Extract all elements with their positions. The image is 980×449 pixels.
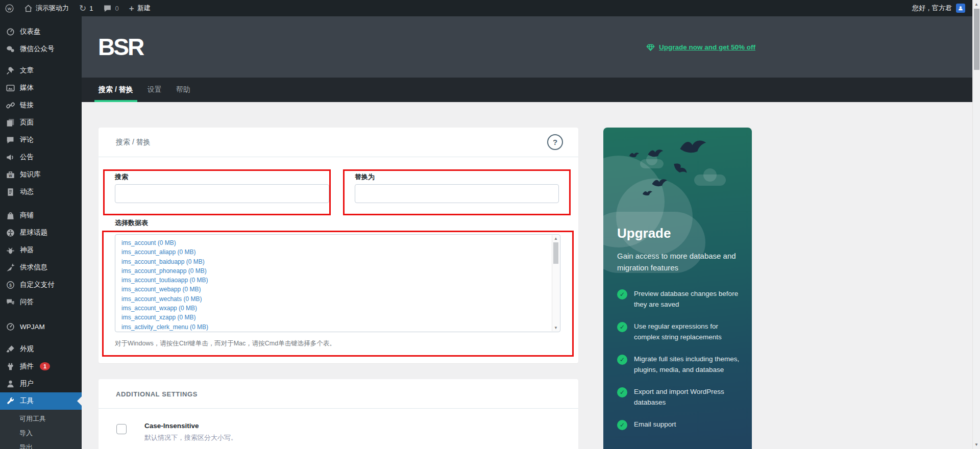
submenu-item-export[interactable]: 导出 xyxy=(0,440,82,449)
replace-input[interactable] xyxy=(355,184,559,203)
multiselect-help-note: 对于Windows，请按住Ctrl键单击，而对于Mac，请按Cmd单击键选择多个… xyxy=(115,339,336,348)
sidebar-item-links[interactable]: 链接 xyxy=(0,96,82,114)
sidebar-item-store[interactable]: 商铺 xyxy=(0,207,82,224)
brush-icon xyxy=(6,345,15,354)
svg-text:W: W xyxy=(8,6,12,11)
sidebar-item-media[interactable]: 媒体 xyxy=(0,79,82,96)
help-icon[interactable]: ? xyxy=(547,134,563,150)
case-insensitive-label: Case-Insensitive xyxy=(144,422,199,430)
wrench-icon xyxy=(6,397,15,406)
menu-separator xyxy=(0,201,82,207)
upgrade-subtitle: Gain access to more database and migrati… xyxy=(617,250,740,274)
comments-link[interactable]: 0 xyxy=(98,0,124,16)
sidebar-item-label: 供求信息 xyxy=(20,263,47,272)
link-icon xyxy=(6,101,15,110)
new-content-link[interactable]: + 新建 xyxy=(124,0,156,16)
sidebar-item-qa[interactable]: 问答 xyxy=(0,293,82,311)
bee-icon xyxy=(6,246,15,255)
table-option[interactable]: ims_account_xzapp (0 MB) xyxy=(121,313,560,322)
window-scrollbar[interactable]: ▲ ▼ xyxy=(972,0,980,449)
tables-scrollbar-thumb[interactable] xyxy=(553,242,558,264)
table-option[interactable]: ims_account_toutiaoapp (0 MB) xyxy=(121,276,560,285)
upgrade-panel: Upgrade Gain access to more database and… xyxy=(603,128,752,449)
sidebar-item-announcements[interactable]: 公告 xyxy=(0,148,82,166)
sidebar-item-label: 神器 xyxy=(20,245,34,255)
search-input[interactable] xyxy=(115,184,329,203)
sidebar-item-label: 仪表盘 xyxy=(20,27,41,36)
table-option[interactable]: ims_activity_clerk_menu (0 MB) xyxy=(121,322,560,332)
pushpin-icon xyxy=(6,66,15,75)
table-option[interactable]: ims_account_aliapp (0 MB) xyxy=(121,247,560,257)
avatar xyxy=(956,4,965,13)
upgrade-now-link[interactable]: Upgrade now and get 50% off xyxy=(646,43,755,52)
card-divider xyxy=(99,408,578,409)
tab-help[interactable]: 帮助 xyxy=(169,78,198,102)
svg-text:$: $ xyxy=(9,282,12,287)
tables-field-label: 选择数据表 xyxy=(115,218,148,228)
tables-scrollbar[interactable]: ▲ ▼ xyxy=(552,235,559,331)
check-icon: ✓ xyxy=(617,420,627,430)
sidebar-item-label: 微信公众号 xyxy=(20,44,55,54)
universal-access-icon xyxy=(6,229,15,237)
sidebar-item-supply-demand[interactable]: 供求信息 xyxy=(0,259,82,276)
sidebar-item-updates-feed[interactable]: 动态 xyxy=(0,183,82,201)
scroll-up-icon[interactable]: ▲ xyxy=(973,1,980,8)
window-scrollbar-thumb[interactable] xyxy=(974,9,979,70)
sidebar-item-tools-gadget[interactable]: 神器 xyxy=(0,241,82,259)
scroll-down-icon[interactable]: ▼ xyxy=(552,325,559,331)
active-tab-underline xyxy=(94,100,137,102)
account-menu[interactable]: 您好，官方君 xyxy=(912,4,972,13)
sidebar-item-tools[interactable]: 工具 xyxy=(0,392,82,410)
site-name-link[interactable]: 演示驱动力 xyxy=(19,0,74,16)
case-insensitive-checkbox[interactable] xyxy=(116,424,127,434)
feature-text: Migrate full sites including themes, plu… xyxy=(634,354,742,377)
site-name: 演示驱动力 xyxy=(36,4,69,13)
wordpress-icon: W xyxy=(5,4,14,13)
sidebar-item-custom-payment[interactable]: $ 自定义支付 xyxy=(0,276,82,293)
sidebar-item-posts[interactable]: 文章 xyxy=(0,62,82,79)
submenu-item-import[interactable]: 导入 xyxy=(0,426,82,440)
replace-field-label: 替换为 xyxy=(355,172,375,182)
sidebar-item-planet-topics[interactable]: 星球话题 xyxy=(0,224,82,241)
tab-search-replace[interactable]: 搜索 / 替换 xyxy=(91,78,140,102)
table-option[interactable]: ims_activity_clerks (0 MB) xyxy=(121,332,560,332)
table-option[interactable]: ims_account_webapp (0 MB) xyxy=(121,285,560,294)
updates-link[interactable]: ↻ 1 xyxy=(74,0,98,16)
upgrade-title: Upgrade xyxy=(617,226,671,241)
tab-label: 设置 xyxy=(148,85,162,94)
sidebar-item-comments[interactable]: 评论 xyxy=(0,131,82,148)
dollar-circle-icon: $ xyxy=(6,281,15,289)
table-option[interactable]: ims_account_phoneapp (0 MB) xyxy=(121,266,560,276)
table-option[interactable]: ims_account_wxapp (0 MB) xyxy=(121,304,560,313)
scroll-up-icon[interactable]: ▲ xyxy=(552,235,559,242)
sidebar-item-wpjam[interactable]: WPJAM xyxy=(0,318,82,335)
tab-settings[interactable]: 设置 xyxy=(140,78,169,102)
table-option[interactable]: ims_account (0 MB) xyxy=(121,238,560,247)
wordpress-logo[interactable]: W xyxy=(0,0,19,16)
sidebar-item-knowledgebase[interactable]: W 知识库 xyxy=(0,166,82,183)
scroll-down-icon[interactable]: ▼ xyxy=(973,441,980,448)
bird-icon xyxy=(647,148,665,158)
sidebar-item-appearance[interactable]: 外观 xyxy=(0,340,82,358)
sidebar-item-plugins[interactable]: 插件 1 xyxy=(0,358,82,375)
bsr-header: BSR Upgrade now and get 50% off xyxy=(82,16,972,78)
table-option[interactable]: ims_account_wechats (0 MB) xyxy=(121,294,560,304)
shopping-bag-icon xyxy=(6,211,15,220)
sidebar-item-dashboard[interactable]: 仪表盘 xyxy=(0,23,82,40)
sidebar-item-pages[interactable]: 页面 xyxy=(0,114,82,131)
sidebar-item-label: 媒体 xyxy=(20,83,34,92)
bird-icon xyxy=(642,190,653,196)
submenu-item-available-tools[interactable]: 可用工具 xyxy=(0,412,82,426)
sidebar-item-users[interactable]: 用户 xyxy=(0,375,82,392)
svg-text:W: W xyxy=(9,173,12,177)
tables-list: ims_account (0 MB) ims_account_aliapp (0… xyxy=(115,235,560,332)
admin-sidebar: 仪表盘 微信公众号 文章 媒体 链接 页面 评论 公告 W 知识库 动态 商铺 xyxy=(0,16,82,449)
sidebar-item-wechat[interactable]: 微信公众号 xyxy=(0,40,82,58)
search-replace-card: 搜索 / 替换 ? 搜索 替换为 选择数据表 ims_account (0 MB… xyxy=(99,128,578,363)
case-insensitive-description: 默认情况下，搜索区分大小写。 xyxy=(144,433,237,442)
bird-icon xyxy=(629,152,640,158)
sidebar-item-label: 用户 xyxy=(20,379,34,388)
tables-multiselect[interactable]: ims_account (0 MB) ims_account_aliapp (0… xyxy=(115,234,560,332)
table-option[interactable]: ims_account_baiduapp (0 MB) xyxy=(121,257,560,266)
sidebar-item-label: 动态 xyxy=(20,187,34,196)
